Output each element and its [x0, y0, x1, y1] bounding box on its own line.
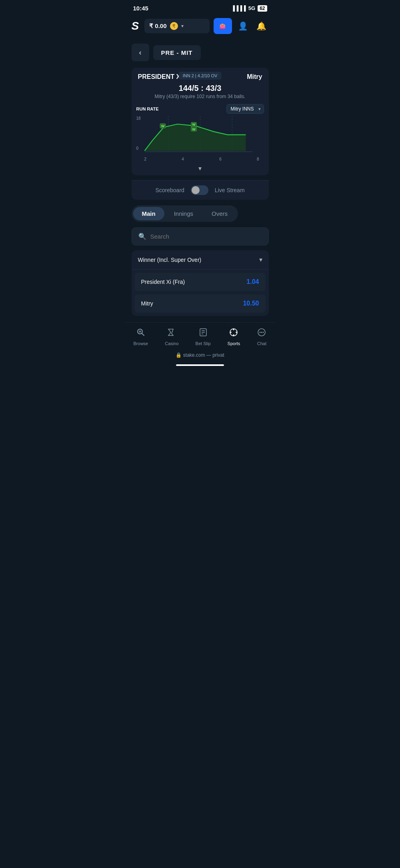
innings-select[interactable]: Mitry INNS [226, 104, 264, 114]
coin-icon: ₹ [170, 22, 178, 30]
home-indicator [176, 364, 224, 366]
browse-label: Browse [134, 341, 148, 346]
tabs: Main Innings Overs [132, 205, 238, 222]
wallet-button[interactable]: 👛 [214, 18, 232, 34]
status-bar: 10:45 ▐▐▐▐ 5G 62 [125, 0, 275, 15]
nav-chat[interactable]: Chat [257, 328, 266, 346]
scoreboard-label: Scoreboard [155, 187, 184, 193]
x-label-8: 8 [257, 157, 259, 161]
x-axis-labels: 2 4 6 8 [136, 156, 264, 161]
scoreboard-toggle[interactable] [191, 185, 208, 195]
svg-point-21 [260, 332, 261, 333]
casino-icon [167, 328, 176, 340]
search-icon: 🔍 [138, 233, 146, 240]
run-rate-label: RUN RATE [136, 106, 159, 111]
network-type: 5G [248, 5, 255, 11]
bottom-nav: Browse Casino Bet Slip [125, 322, 275, 349]
bet-slip-label: Bet Slip [196, 341, 211, 346]
balance-amount: ₹ 0.00 [149, 22, 166, 30]
nav-sports[interactable]: Sports [228, 328, 240, 346]
wallet-icon: 👛 [219, 23, 226, 29]
nav-row: ‹ PRE - MIT [125, 39, 275, 66]
sports-icon [229, 328, 238, 340]
svg-text:W: W [192, 127, 196, 131]
profile-button[interactable]: 👤 [236, 19, 250, 33]
x-label-6: 6 [219, 157, 222, 161]
battery-indicator: 62 [258, 5, 267, 12]
status-time: 10:45 [133, 5, 148, 12]
signal-bars-icon: ▐▐▐▐ [231, 5, 246, 11]
y-label-top: 18 [136, 116, 141, 121]
x-label-4: 4 [182, 157, 184, 161]
svg-point-23 [263, 332, 264, 333]
x-label-2: 2 [144, 157, 147, 161]
svg-point-22 [261, 332, 262, 333]
bet-team-2: Mitry [141, 300, 153, 307]
svg-text:W: W [192, 123, 196, 127]
run-rate-chart: W W W [136, 116, 264, 156]
innings-badge: INN 2 | 4.2/10 OV [179, 72, 222, 80]
tabs-container: Main Innings Overs [125, 200, 275, 227]
bet-slip-icon [198, 328, 208, 340]
chat-label: Chat [257, 341, 266, 346]
status-right: ▐▐▐▐ 5G 62 [231, 5, 267, 12]
balance-button[interactable]: ₹ 0.00 ₹ ▾ [144, 19, 209, 33]
bell-icon: 🔔 [256, 21, 266, 31]
footer-text: 🔒 stake.com — privat [176, 352, 224, 358]
bet-odds-1: 1.04 [246, 278, 259, 285]
chevron-down-icon: ▾ [181, 23, 184, 29]
chart-area: 18 0 W W W [136, 116, 264, 156]
chat-icon [257, 328, 266, 340]
match-header: PRESIDENT XI INN 2 | 4.2/10 OV Mitry [132, 68, 269, 80]
search-input[interactable] [150, 233, 262, 240]
casino-label: Casino [165, 341, 178, 346]
bet-option-mitry[interactable]: Mitry 10.50 [135, 294, 266, 313]
bet-option-president[interactable]: President Xi (Fra) 1.04 [135, 273, 266, 291]
pre-match-label: PRE - MIT [153, 45, 201, 60]
chart-container: RUN RATE Mitry INNS 18 0 W [132, 101, 269, 161]
tab-innings[interactable]: Innings [165, 207, 202, 220]
nav-bet-slip[interactable]: Bet Slip [196, 328, 211, 346]
match-card: PRESIDENT XI INN 2 | 4.2/10 OV Mitry 144… [132, 68, 269, 175]
bet-section: Winner (Incl. Super Over) ▾ President Xi… [132, 250, 269, 316]
nav-casino[interactable]: Casino [165, 328, 178, 346]
back-arrow-icon: ‹ [139, 48, 142, 57]
sports-label: Sports [228, 341, 240, 346]
profile-icon: 👤 [238, 21, 248, 31]
scoreboard-row: Scoreboard Live Stream [132, 180, 269, 200]
search-container: 🔍 [125, 227, 275, 250]
team1-name: PRESIDENT XI [138, 73, 182, 80]
nav-browse[interactable]: Browse [134, 328, 148, 346]
svg-line-12 [142, 334, 144, 336]
chart-top: RUN RATE Mitry INNS [136, 104, 264, 114]
search-box: 🔍 [132, 227, 269, 245]
bet-team-1: President Xi (Fra) [141, 279, 185, 285]
innings-select-wrapper[interactable]: Mitry INNS [226, 104, 264, 114]
back-button[interactable]: ‹ [132, 44, 149, 61]
bet-header[interactable]: Winner (Incl. Super Over) ▾ [132, 250, 269, 269]
header: S ₹ 0.00 ₹ ▾ 👛 👤 🔔 [125, 15, 275, 39]
svg-text:W: W [161, 124, 164, 128]
browse-icon [136, 328, 146, 340]
score-section: 144/5 : 43/3 Mitry (43/3) require 102 ru… [132, 80, 269, 101]
notifications-button[interactable]: 🔔 [254, 19, 269, 33]
expand-button[interactable]: ▾ [132, 161, 269, 175]
app-logo: S [132, 20, 139, 32]
bet-chevron-icon: ▾ [259, 256, 262, 263]
team2-name: Mitry [247, 73, 262, 80]
match-description: Mitry (43/3) require 102 runs from 34 ba… [132, 94, 269, 99]
tab-overs[interactable]: Overs [203, 207, 236, 220]
match-score: 144/5 : 43/3 [132, 84, 269, 93]
footer: 🔒 stake.com — privat [125, 349, 275, 361]
y-label-bottom: 0 [136, 146, 139, 151]
bet-odds-2: 10.50 [243, 300, 259, 307]
live-stream-label: Live Stream [215, 187, 245, 193]
tab-main[interactable]: Main [133, 207, 164, 220]
bet-title: Winner (Incl. Super Over) [138, 257, 202, 263]
expand-icon: ▾ [198, 165, 202, 172]
toggle-knob [192, 186, 200, 194]
